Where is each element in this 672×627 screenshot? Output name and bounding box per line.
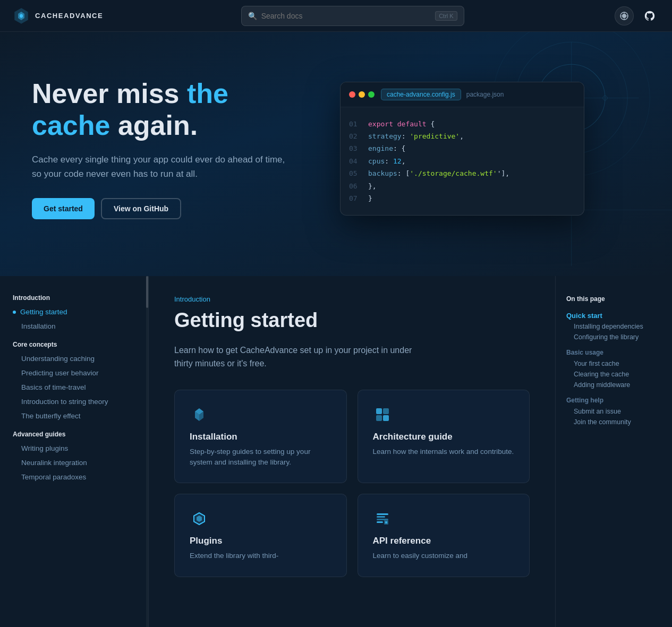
toc-sidebar: On this page Quick startInstalling depen… xyxy=(555,276,672,627)
sidebar-item-label: Writing plugins xyxy=(21,444,68,452)
sidebar-item-getting-started[interactable]: Getting started xyxy=(0,305,148,319)
sidebar: IntroductionGetting startedInstallationC… xyxy=(0,276,149,627)
search-icon: 🔍 xyxy=(248,12,257,20)
sidebar-item-the-butterfly-effect[interactable]: The butterfly effect xyxy=(0,409,148,423)
logo-icon xyxy=(13,7,30,24)
breadcrumb: Introduction xyxy=(174,295,530,303)
github-button[interactable] xyxy=(640,6,659,25)
svg-rect-20 xyxy=(377,519,388,520)
view-github-button[interactable]: View on GitHub xyxy=(101,198,181,219)
svg-rect-23 xyxy=(385,521,387,523)
hero-buttons: Get started View on GitHub xyxy=(32,198,308,219)
toc-item-installing-dependencies[interactable]: Installing dependencies xyxy=(566,321,661,332)
card-description: Learn to easily customize and xyxy=(373,551,515,561)
code-line: 04 cpus: 12, xyxy=(349,155,575,167)
card-description: Extend the library with third- xyxy=(190,551,331,561)
sidebar-item-label: Temporal paradoxes xyxy=(21,473,86,481)
code-line: 03 engine: { xyxy=(349,142,575,154)
sidebar-item-introduction-to-string-theory[interactable]: Introduction to string theory xyxy=(0,394,148,409)
traffic-lights xyxy=(349,91,375,98)
sidebar-section-title: Core concepts xyxy=(0,338,148,351)
sidebar-item-predicting-user-behavior[interactable]: Predicting user behavior xyxy=(0,366,148,380)
code-line: 02 strategy: 'predictive', xyxy=(349,130,575,142)
search-bar[interactable]: 🔍 Ctrl K xyxy=(241,6,464,26)
sidebar-item-label: Neuralink integration xyxy=(21,459,87,467)
toc-title: On this page xyxy=(566,295,661,303)
logo-link[interactable]: CACHEADVANCE xyxy=(13,7,103,24)
card-description: Learn how the internals work and contrib… xyxy=(373,446,515,457)
sidebar-item-installation[interactable]: Installation xyxy=(0,319,148,333)
sidebar-item-label: Predicting user behavior xyxy=(21,369,99,377)
traffic-light-red xyxy=(349,91,355,98)
hero-section: Never miss the cache again. Cache every … xyxy=(0,32,672,276)
sidebar-item-temporal-paradoxes[interactable]: Temporal paradoxes xyxy=(0,470,148,484)
plugin-icon xyxy=(190,509,209,528)
card-plugins[interactable]: PluginsExtend the library with third- xyxy=(174,494,347,577)
code-content: 01export default {02 strategy: 'predicti… xyxy=(341,107,584,216)
toc-section: Basic usageYour first cacheClearing the … xyxy=(566,349,661,390)
code-line: 06 }, xyxy=(349,180,575,192)
sidebar-section-title: Introduction xyxy=(0,291,148,305)
get-started-button[interactable]: Get started xyxy=(32,198,95,219)
card-title: API reference xyxy=(373,536,515,546)
code-line: 05 backups: ['./storage/cache.wtf''], xyxy=(349,167,575,179)
toc-section: Quick startInstalling dependenciesConfig… xyxy=(566,310,661,342)
sidebar-item-label: Introduction to string theory xyxy=(21,398,108,406)
hero-content: Never miss the cache again. Cache every … xyxy=(32,78,308,219)
card-architecture-guide[interactable]: Architecture guideLearn how the internal… xyxy=(358,390,530,484)
sidebar-item-label: Basics of time-travel xyxy=(21,383,86,391)
toc-item-adding-middleware[interactable]: Adding middleware xyxy=(566,380,661,390)
sidebar-section-title: Advanced guides xyxy=(0,427,148,441)
toc-item-join-the-community[interactable]: Join the community xyxy=(566,417,661,427)
toc-item-configuring-the-library[interactable]: Configuring the library xyxy=(566,332,661,342)
hero-title: Never miss the cache again. xyxy=(32,78,308,142)
traffic-light-yellow xyxy=(359,91,365,98)
sidebar-item-label: Getting started xyxy=(20,308,67,316)
main-area: IntroductionGetting startedInstallationC… xyxy=(0,276,672,627)
code-tab-inactive[interactable]: package.json xyxy=(461,89,509,100)
svg-point-3 xyxy=(622,14,626,18)
toc-item-your-first-cache[interactable]: Your first cache xyxy=(566,358,661,369)
code-titlebar: cache-advance.config.js package.json xyxy=(341,82,584,107)
main-content: Introduction Getting started Learn how t… xyxy=(149,276,555,627)
sidebar-item-label: Understanding caching xyxy=(21,355,95,363)
code-window: cache-advance.config.js package.json 01e… xyxy=(340,82,584,216)
sidebar-scrollbar[interactable] xyxy=(146,276,148,627)
github-icon xyxy=(644,10,656,22)
logo-text: CACHEADVANCE xyxy=(35,12,103,20)
theme-toggle-button[interactable] xyxy=(615,6,634,25)
sidebar-item-understanding-caching[interactable]: Understanding caching xyxy=(0,351,148,366)
card-title: Plugins xyxy=(190,536,331,546)
traffic-light-green xyxy=(368,91,375,98)
search-shortcut: Ctrl K xyxy=(435,11,457,21)
sidebar-item-basics-of-time-travel[interactable]: Basics of time-travel xyxy=(0,380,148,394)
svg-rect-18 xyxy=(377,513,388,515)
sidebar-item-label: The butterfly effect xyxy=(21,412,81,420)
arch-icon xyxy=(373,405,392,424)
toc-section: Getting helpSubmit an issueJoin the comm… xyxy=(566,397,661,427)
card-installation[interactable]: InstallationStep-by-step guides to setti… xyxy=(174,390,347,484)
toc-item-clearing-the-cache[interactable]: Clearing the cache xyxy=(566,369,661,380)
theme-icon xyxy=(620,12,628,20)
sidebar-item-writing-plugins[interactable]: Writing plugins xyxy=(0,441,148,456)
card-title: Installation xyxy=(190,432,331,442)
svg-rect-19 xyxy=(377,516,385,518)
page-title: Getting started xyxy=(174,308,530,333)
cards-grid: InstallationStep-by-step guides to setti… xyxy=(174,390,530,577)
sidebar-item-label: Installation xyxy=(21,322,56,330)
sidebar-item-neuralink-integration[interactable]: Neuralink integration xyxy=(0,456,148,470)
svg-rect-14 xyxy=(376,408,382,414)
install-icon xyxy=(190,405,209,424)
search-input[interactable] xyxy=(261,12,431,20)
toc-item-submit-an-issue[interactable]: Submit an issue xyxy=(566,406,661,417)
code-line: 07} xyxy=(349,192,575,204)
active-indicator-dot xyxy=(13,311,16,314)
card-api-reference[interactable]: API referenceLearn to easily customize a… xyxy=(358,494,530,577)
card-description: Step-by-step guides to setting up your s… xyxy=(190,446,331,468)
toc-section-label: Basic usage xyxy=(566,349,661,356)
api-icon xyxy=(373,509,392,528)
code-tab-active[interactable]: cache-advance.config.js xyxy=(381,89,461,100)
toc-item-quick-start[interactable]: Quick start xyxy=(566,310,661,321)
svg-rect-21 xyxy=(377,521,383,523)
svg-rect-16 xyxy=(376,415,382,421)
